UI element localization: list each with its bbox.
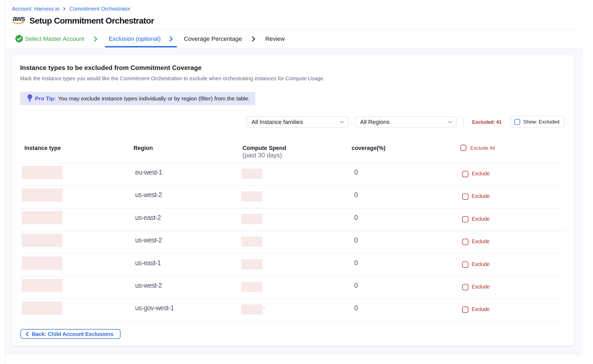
svg-text:aws: aws <box>13 15 25 23</box>
